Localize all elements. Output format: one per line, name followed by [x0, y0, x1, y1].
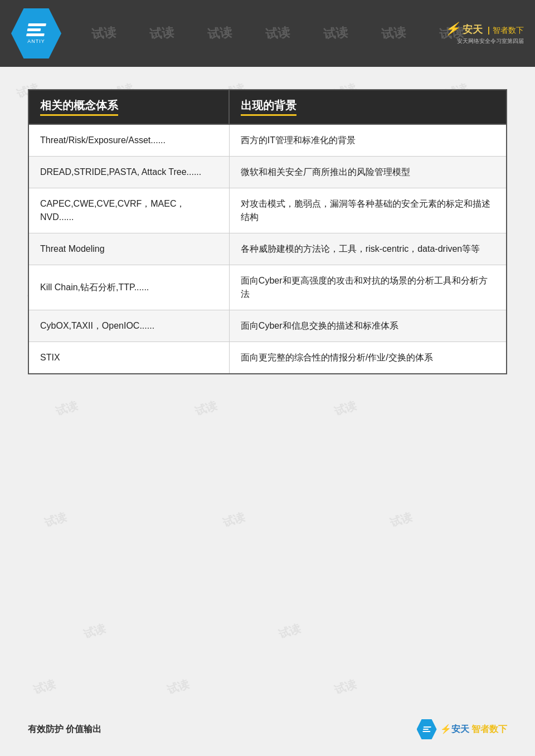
company-name: ⚡ 安天 | 智者数下: [445, 22, 524, 36]
table-cell-left: Threat Modeling: [28, 233, 229, 265]
table-row: STIX面向更完整的综合性的情报分析/作业/交换的体系: [28, 342, 507, 374]
footer-logo-icon: [417, 719, 437, 739]
table-cell-left: STIX: [28, 342, 229, 374]
table-cell-right: 面向Cyber和更高强度的攻击和对抗的场景的分析工具和分析方法: [229, 265, 507, 310]
concept-table: 相关的概念体系 出现的背景 Threat/Risk/Exposure/Asset…: [28, 89, 507, 374]
table-row: DREAD,STRIDE,PASTA, Attack Tree......微软和…: [28, 157, 507, 188]
footer-logo-text: ⚡安天 智者数下: [440, 724, 507, 735]
footer-logo: ⚡安天 智者数下: [417, 719, 507, 739]
table-row: CAPEC,CWE,CVE,CVRF，MAEC，NVD......对攻击模式，脆…: [28, 188, 507, 233]
table-row: CybOX,TAXII，OpenIOC......面向Cyber和信息交换的描述…: [28, 310, 507, 342]
table-header-col1: 相关的概念体系: [28, 90, 229, 124]
footer: 有效防护 价值输出 ⚡安天 智者数下: [28, 719, 507, 739]
table-cell-right: 微软和相关安全厂商所推出的风险管理模型: [229, 157, 507, 188]
footer-slogan: 有效防护 价值输出: [28, 724, 101, 735]
table-cell-right: 面向更完整的综合性的情报分析/作业/交换的体系: [229, 342, 507, 374]
table-header-col2: 出现的背景: [229, 90, 507, 124]
table-row: Threat Modeling各种威胁建模的方法论，工具，risk-centri…: [28, 233, 507, 265]
table-cell-right: 西方的IT管理和标准化的背景: [229, 124, 507, 157]
company-sub: 安天网络安全令习室第四届: [445, 37, 524, 45]
table-row: Kill Chain,钻石分析,TTP......面向Cyber和更高强度的攻击…: [28, 265, 507, 310]
logo-text: ANTIY: [27, 38, 45, 44]
header: 试读 试读 试读 试读 试读 试读 试读 试读 ANTIY ⚡ 安天 | 智者数…: [0, 0, 535, 67]
table-cell-left: Kill Chain,钻石分析,TTP......: [28, 265, 229, 310]
table-cell-left: CybOX,TAXII，OpenIOC......: [28, 310, 229, 342]
table-cell-left: DREAD,STRIDE,PASTA, Attack Tree......: [28, 157, 229, 188]
table-cell-right: 面向Cyber和信息交换的描述和标准体系: [229, 310, 507, 342]
antiy-logo: ANTIY: [11, 8, 61, 58]
table-cell-left: Threat/Risk/Exposure/Asset......: [28, 124, 229, 157]
main-content: 相关的概念体系 出现的背景 Threat/Risk/Exposure/Asset…: [0, 67, 535, 391]
table-cell-right: 各种威胁建模的方法论，工具，risk-centric，data-driven等等: [229, 233, 507, 265]
header-right-logo: ⚡ 安天 | 智者数下 安天网络安全令习室第四届: [445, 22, 524, 45]
table-cell-right: 对攻击模式，脆弱点，漏洞等各种基础的安全元素的标定和描述结构: [229, 188, 507, 233]
table-row: Threat/Risk/Exposure/Asset......西方的IT管理和…: [28, 124, 507, 157]
table-cell-left: CAPEC,CWE,CVE,CVRF，MAEC，NVD......: [28, 188, 229, 233]
